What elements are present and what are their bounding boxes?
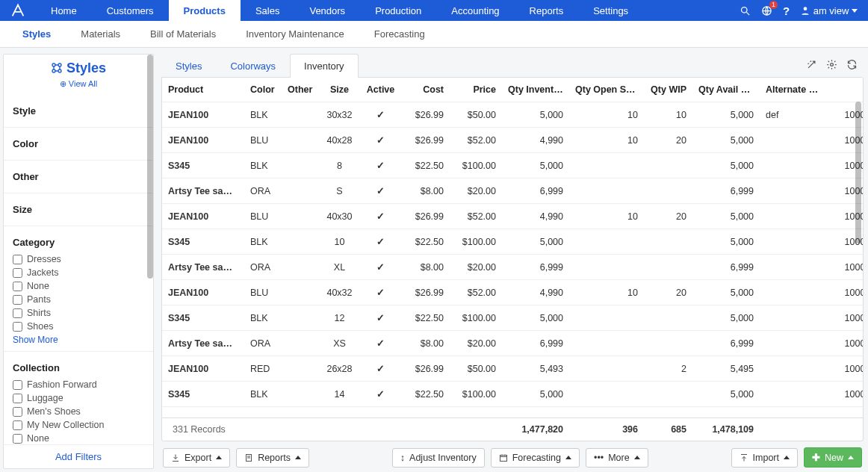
logo[interactable] (0, 0, 36, 21)
cell: 100000006832 (831, 331, 863, 356)
filter-checkbox[interactable] (13, 420, 22, 430)
col-header[interactable]: Qty Avail Sell (692, 78, 760, 102)
add-filters-button[interactable]: Add Filters (4, 444, 153, 468)
subnav-item-forecasting[interactable]: Forecasting (359, 21, 440, 48)
table-row[interactable]: S345BLK8✓$22.50$100.005,0005,00010000000… (162, 153, 863, 178)
nav-item-sales[interactable]: Sales (241, 0, 295, 21)
table-row[interactable]: S345BLK12✓$22.50$100.005,0005,0001000000… (162, 305, 863, 331)
filter-option[interactable]: None (13, 279, 144, 293)
table-row[interactable]: S345BLK14✓$22.50$100.005,0005,0001000000… (162, 382, 863, 407)
filter-option[interactable]: Men's Shoes (13, 405, 144, 418)
globe-icon[interactable]: 1 (761, 5, 772, 16)
col-header[interactable]: Qty Open Sales (569, 78, 644, 102)
filter-option[interactable]: Pants (13, 293, 144, 306)
col-header[interactable]: Size (319, 78, 360, 102)
col-header[interactable]: Active (360, 78, 401, 102)
col-header[interactable]: Cost (401, 78, 450, 102)
filter-option[interactable]: Dresses (13, 252, 144, 266)
filter-checkbox[interactable] (13, 282, 22, 291)
table-row[interactable]: JEAN100BLU40x30✓$26.99$52.004,99010205,0… (162, 204, 863, 229)
col-header[interactable]: Product (162, 78, 244, 102)
nav-item-production[interactable]: Production (360, 0, 436, 21)
col-header[interactable]: Price (450, 78, 502, 102)
table-row[interactable]: Artsy Tee sampleORAXS✓$8.00$20.006,9996,… (162, 331, 863, 356)
col-header[interactable]: Qty WIP (644, 78, 692, 102)
new-button[interactable]: ✚New (804, 447, 862, 468)
table-row[interactable]: JEAN100BLK30x32✓$26.99$50.005,00010105,0… (162, 102, 863, 128)
table-row[interactable]: JEAN100BLU40x28✓$26.99$52.004,99010205,0… (162, 128, 863, 153)
cell: JEAN100 (162, 204, 244, 229)
search-icon[interactable] (740, 5, 751, 16)
filter-checkbox[interactable] (13, 394, 22, 403)
subnav-item-materials[interactable]: Materials (66, 21, 135, 48)
more-button[interactable]: •••More (586, 448, 648, 468)
help-icon[interactable]: ? (783, 4, 790, 17)
table-row[interactable]: JEAN100BLU40x32✓$26.99$52.004,99010205,0… (162, 280, 863, 305)
col-header[interactable]: Alternate Code▼ (760, 78, 831, 102)
filter-label: Other (13, 171, 144, 182)
cell (760, 128, 831, 153)
cell: 5,000 (502, 102, 569, 128)
subnav-item-inventory-maintenance[interactable]: Inventory Maintenance (231, 21, 359, 48)
filter-checkbox[interactable] (13, 322, 22, 332)
tab-inventory[interactable]: Inventory (290, 54, 358, 78)
table-row[interactable]: S345BLK10✓$22.50$100.005,0005,0001000000… (162, 229, 863, 255)
tab-styles[interactable]: Styles (161, 54, 216, 78)
filter-option[interactable]: My New Collection (13, 418, 144, 432)
filter-checkbox[interactable] (13, 434, 22, 444)
table-row[interactable]: Artsy Tee sampleORAXL✓$8.00$20.006,9996,… (162, 255, 863, 280)
check-icon: ✓ (376, 364, 385, 374)
filter-checkbox[interactable] (13, 407, 22, 417)
nav-item-settings[interactable]: Settings (578, 0, 643, 21)
cell: S345 (162, 153, 244, 178)
filter-checkbox[interactable] (13, 308, 22, 318)
sidebar-scrollbar[interactable] (147, 55, 153, 279)
adjust-inventory-button[interactable]: ↕Adjust Inventory (392, 448, 485, 468)
col-header[interactable]: UPC (831, 78, 863, 102)
filter-option[interactable]: Shirts (13, 306, 144, 320)
grid-scrollbar[interactable] (855, 102, 861, 243)
filter-option[interactable]: Fashion Forward (13, 378, 144, 391)
refresh-icon[interactable] (846, 59, 858, 72)
filter-option[interactable]: Shoes (13, 320, 144, 333)
nav-item-products[interactable]: Products (169, 0, 241, 21)
subnav-item-styles[interactable]: Styles (7, 21, 66, 48)
nav-item-accounting[interactable]: Accounting (436, 0, 514, 21)
col-header[interactable]: Qty Inventory (502, 78, 569, 102)
cell (644, 331, 692, 356)
nav-item-customers[interactable]: Customers (92, 0, 169, 21)
nav-item-reports[interactable]: Reports (515, 0, 579, 21)
subnav-item-bill-of-materials[interactable]: Bill of Materials (135, 21, 231, 48)
view-all-link[interactable]: ⊕ View All (60, 79, 97, 89)
table-row[interactable]: JEAN100RED26x28✓$26.99$50.005,49325,4951… (162, 356, 863, 382)
filter-option[interactable]: Jackets (13, 266, 144, 279)
filter-option[interactable]: None (13, 432, 144, 444)
cell: 100000003572 (831, 356, 863, 382)
filter-checkbox[interactable] (13, 295, 22, 305)
filter-checkbox[interactable] (13, 268, 22, 278)
filter-option[interactable]: Luggage (13, 391, 144, 405)
filter-group-other: Other (4, 160, 153, 193)
filter-checkbox[interactable] (13, 255, 22, 264)
gear-icon[interactable] (826, 59, 837, 72)
nav-item-home[interactable]: Home (36, 0, 92, 21)
col-header[interactable]: Other (282, 78, 319, 102)
nav-item-vendors[interactable]: Vendors (294, 0, 360, 21)
filter-group-collection: CollectionFashion ForwardLuggageMen's Sh… (4, 351, 153, 444)
cell: 40x32 (319, 280, 360, 305)
import-button[interactable]: Import (731, 448, 798, 468)
reports-button[interactable]: Reports (236, 448, 309, 468)
export-button[interactable]: Export (163, 448, 230, 468)
svg-point-6 (52, 69, 55, 72)
user-menu[interactable]: am view (800, 5, 858, 16)
cell (282, 280, 319, 305)
col-header[interactable]: Color (244, 78, 282, 102)
show-more-link[interactable]: Show More (13, 335, 144, 345)
chevron-down-icon (852, 9, 858, 13)
table-row[interactable]: Artsy Tee sampleORAS✓$8.00$20.006,9996,9… (162, 178, 863, 204)
cell: ✓ (360, 204, 401, 229)
magic-wand-icon[interactable] (806, 59, 817, 72)
tab-colorways[interactable]: Colorways (216, 54, 290, 78)
filter-checkbox[interactable] (13, 380, 22, 390)
forecasting-button[interactable]: Forecasting (491, 448, 580, 468)
